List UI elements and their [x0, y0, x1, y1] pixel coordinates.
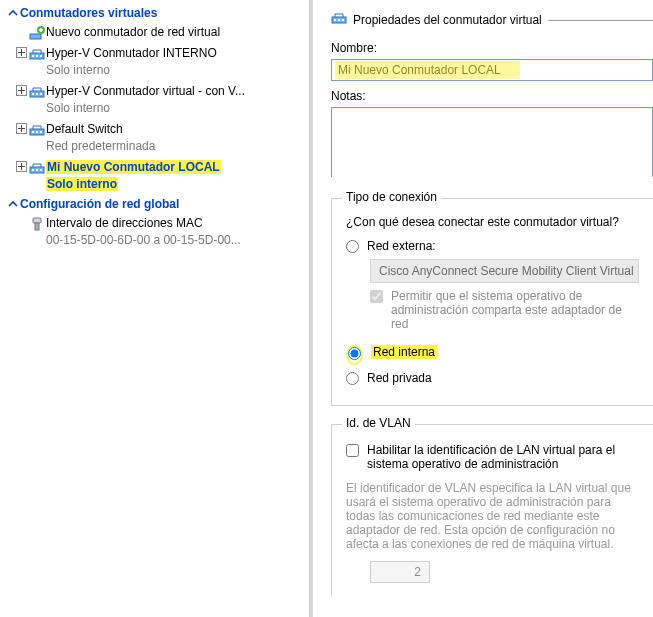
svg-rect-23: [35, 223, 39, 230]
svg-rect-22: [33, 218, 41, 223]
radio-internal-label[interactable]: Red interna: [371, 345, 437, 359]
tree-item-sublabel: Solo interno: [46, 62, 303, 79]
tree-item-sublabel: Solo interno: [46, 177, 118, 191]
tree-item-label: Hyper-V Conmutador INTERNO: [46, 45, 303, 62]
svg-rect-26: [338, 19, 340, 21]
expander-icon[interactable]: [14, 47, 28, 58]
svg-rect-20: [36, 169, 38, 171]
group-title: Id. de VLAN: [342, 416, 415, 430]
connection-question: ¿Con qué desea conectar este conmutador …: [346, 215, 639, 229]
properties-header: Propiedades del conmutador virtual: [331, 10, 653, 29]
allow-mgmt-checkbox: [370, 290, 383, 303]
allow-mgmt-label: Permitir que el sistema operativo de adm…: [391, 289, 639, 331]
radio-private-label[interactable]: Red privada: [367, 371, 432, 385]
radio-external-label[interactable]: Red externa:: [367, 239, 436, 253]
svg-rect-11: [40, 93, 42, 95]
enable-vlan-label[interactable]: Habilitar la identificación de LAN virtu…: [367, 443, 639, 471]
switch-notes-input[interactable]: [331, 107, 653, 177]
radio-private[interactable]: [346, 372, 359, 385]
expander-icon[interactable]: [14, 123, 28, 134]
chevron-up-icon: [6, 197, 20, 211]
expander-icon[interactable]: [14, 161, 28, 172]
switch-icon: [28, 46, 46, 62]
mac-range-icon: [28, 216, 46, 232]
section-label: Conmutadores virtuales: [20, 6, 157, 20]
tree-item-sublabel: Solo interno: [46, 100, 303, 117]
tree-item-sublabel: 00-15-5D-00-6D-00 a 00-15-5D-00...: [46, 232, 303, 249]
tree-item-mac-range[interactable]: Intervalo de direcciones MAC 00-15-5D-00…: [0, 213, 309, 251]
switch-icon: [331, 10, 347, 29]
tree-item-label: Nuevo conmutador de red virtual: [46, 24, 303, 41]
tree-item-label: Intervalo de direcciones MAC: [46, 215, 303, 232]
left-tree-panel: Conmutadores virtuales Nuevo conmutador …: [0, 0, 310, 617]
enable-vlan-checkbox[interactable]: [346, 444, 359, 457]
chevron-up-icon: [6, 6, 20, 20]
group-connection-type: Tipo de conexión ¿Con qué desea conectar…: [331, 198, 653, 406]
group-title: Tipo de conexión: [342, 190, 441, 204]
tree-item-new-switch[interactable]: Nuevo conmutador de red virtual: [0, 22, 309, 43]
svg-rect-4: [32, 55, 34, 57]
radio-private-row[interactable]: Red privada: [346, 371, 639, 385]
svg-rect-19: [32, 169, 34, 171]
svg-rect-15: [36, 131, 38, 133]
radio-external[interactable]: [346, 240, 359, 253]
tree-item-sublabel: Red predeterminada: [46, 138, 303, 155]
tree-item-label: Hyper-V Conmutador virtual - con V...: [46, 83, 303, 100]
group-vlan: Id. de VLAN Habilitar la identificación …: [331, 424, 653, 597]
enable-vlan-row[interactable]: Habilitar la identificación de LAN virtu…: [346, 443, 639, 471]
svg-rect-0: [30, 34, 41, 39]
tree-item-label: Mi Nuevo Conmutador LOCAL: [46, 160, 221, 174]
page-title: Propiedades del conmutador virtual: [347, 13, 542, 27]
tree-item-switch[interactable]: Hyper-V Conmutador virtual - con V... So…: [0, 81, 309, 119]
switch-icon: [28, 160, 46, 176]
switch-icon: [28, 122, 46, 138]
right-properties-panel: Propiedades del conmutador virtual Nombr…: [310, 0, 653, 617]
expander-icon[interactable]: [14, 85, 28, 96]
switch-icon: [28, 84, 46, 100]
tree-item-switch-selected[interactable]: Mi Nuevo Conmutador LOCAL Solo interno: [0, 157, 309, 195]
section-label: Configuración de red global: [20, 197, 179, 211]
tree-item-switch[interactable]: Hyper-V Conmutador INTERNO Solo interno: [0, 43, 309, 81]
svg-rect-6: [40, 55, 42, 57]
radio-internal-row[interactable]: Red interna: [346, 345, 639, 365]
new-switch-icon: [28, 25, 46, 41]
tree-item-label: Default Switch: [46, 121, 303, 138]
section-global-network[interactable]: Configuración de red global: [0, 195, 309, 213]
radio-internal[interactable]: [348, 347, 361, 360]
svg-rect-21: [40, 169, 42, 171]
name-label: Nombre:: [331, 41, 653, 55]
svg-rect-9: [32, 93, 34, 95]
tree-item-switch[interactable]: Default Switch Red predeterminada: [0, 119, 309, 157]
notes-label: Notas:: [331, 89, 653, 103]
svg-rect-27: [342, 19, 344, 21]
svg-rect-14: [32, 131, 34, 133]
svg-rect-10: [36, 93, 38, 95]
external-adapter-combo: Cisco AnyConnect Secure Mobility Client …: [370, 259, 639, 283]
svg-rect-16: [40, 131, 42, 133]
section-virtual-switches[interactable]: Conmutadores virtuales: [0, 4, 309, 22]
svg-rect-25: [334, 19, 336, 21]
switch-name-input[interactable]: [331, 59, 653, 81]
vlan-id-input: [370, 561, 430, 583]
svg-rect-5: [36, 55, 38, 57]
radio-external-row[interactable]: Red externa:: [346, 239, 639, 253]
vlan-helper-text: El identificador de VLAN especifica la L…: [346, 481, 639, 551]
allow-mgmt-row: Permitir que el sistema operativo de adm…: [370, 289, 639, 331]
